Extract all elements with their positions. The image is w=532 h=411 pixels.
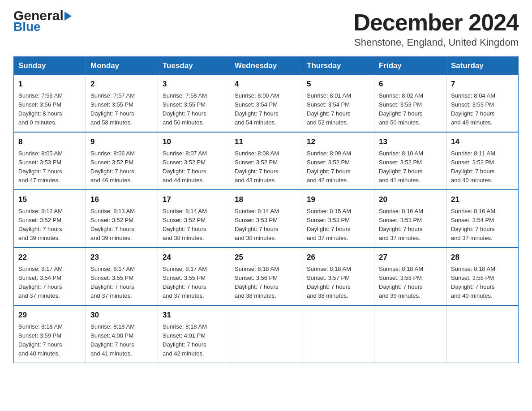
- calendar-cell: 2Sunrise: 7:57 AMSunset: 3:55 PMDaylight…: [86, 75, 158, 132]
- calendar-cell: 21Sunrise: 8:16 AMSunset: 3:54 PMDayligh…: [446, 190, 519, 248]
- calendar-cell: 25Sunrise: 8:18 AMSunset: 3:56 PMDayligh…: [230, 248, 302, 305]
- calendar-cell: 27Sunrise: 8:18 AMSunset: 3:58 PMDayligh…: [374, 248, 446, 305]
- day-info: Sunrise: 7:57 AMSunset: 3:55 PMDaylight:…: [90, 91, 153, 128]
- calendar-cell: 8Sunrise: 8:05 AMSunset: 3:53 PMDaylight…: [14, 132, 86, 190]
- week-row-2: 8Sunrise: 8:05 AMSunset: 3:53 PMDaylight…: [14, 132, 519, 190]
- calendar-cell: 1Sunrise: 7:56 AMSunset: 3:56 PMDaylight…: [14, 75, 86, 132]
- calendar-cell: [446, 305, 519, 363]
- day-number: 21: [451, 194, 514, 206]
- day-info: Sunrise: 7:56 AMSunset: 3:56 PMDaylight:…: [18, 91, 81, 128]
- day-info: Sunrise: 8:16 AMSunset: 3:53 PMDaylight:…: [379, 207, 442, 243]
- week-row-4: 22Sunrise: 8:17 AMSunset: 3:54 PMDayligh…: [14, 248, 519, 305]
- day-info: Sunrise: 8:04 AMSunset: 3:53 PMDaylight:…: [451, 91, 514, 128]
- calendar-cell: 13Sunrise: 8:10 AMSunset: 3:52 PMDayligh…: [374, 132, 446, 190]
- calendar-cell: 10Sunrise: 8:07 AMSunset: 3:52 PMDayligh…: [158, 132, 230, 190]
- day-number: 14: [451, 136, 514, 148]
- calendar-subtitle: Shenstone, England, United Kingdom: [353, 37, 519, 48]
- day-number: 8: [18, 136, 81, 148]
- day-number: 6: [379, 78, 442, 90]
- week-row-1: 1Sunrise: 7:56 AMSunset: 3:56 PMDaylight…: [14, 75, 519, 132]
- calendar-header-row: Sunday Monday Tuesday Wednesday Thursday…: [14, 57, 519, 75]
- day-number: 27: [379, 252, 442, 263]
- day-info: Sunrise: 8:10 AMSunset: 3:52 PMDaylight:…: [379, 149, 442, 185]
- day-number: 13: [379, 136, 442, 148]
- day-number: 28: [451, 252, 514, 263]
- calendar-cell: 31Sunrise: 8:18 AMSunset: 4:01 PMDayligh…: [158, 305, 230, 363]
- calendar-cell: 11Sunrise: 8:08 AMSunset: 3:52 PMDayligh…: [230, 132, 302, 190]
- day-number: 23: [90, 252, 153, 263]
- calendar-cell: [374, 305, 446, 363]
- day-info: Sunrise: 8:17 AMSunset: 3:54 PMDaylight:…: [18, 265, 81, 301]
- logo-arrow-icon: [64, 12, 72, 21]
- calendar-cell: 24Sunrise: 8:17 AMSunset: 3:55 PMDayligh…: [158, 248, 230, 305]
- calendar-cell: 26Sunrise: 8:18 AMSunset: 3:57 PMDayligh…: [302, 248, 374, 305]
- day-number: 5: [307, 78, 369, 90]
- calendar-cell: 29Sunrise: 8:18 AMSunset: 3:59 PMDayligh…: [14, 305, 86, 363]
- week-row-5: 29Sunrise: 8:18 AMSunset: 3:59 PMDayligh…: [14, 305, 519, 363]
- day-number: 22: [18, 252, 81, 263]
- calendar-cell: 6Sunrise: 8:02 AMSunset: 3:53 PMDaylight…: [374, 75, 446, 132]
- day-info: Sunrise: 8:08 AMSunset: 3:52 PMDaylight:…: [235, 149, 297, 185]
- calendar-cell: 4Sunrise: 8:00 AMSunset: 3:54 PMDaylight…: [230, 75, 302, 132]
- day-info: Sunrise: 8:18 AMSunset: 3:56 PMDaylight:…: [235, 265, 297, 301]
- day-number: 7: [451, 78, 514, 90]
- day-info: Sunrise: 8:17 AMSunset: 3:55 PMDaylight:…: [163, 265, 225, 301]
- calendar-cell: 16Sunrise: 8:13 AMSunset: 3:52 PMDayligh…: [86, 190, 158, 248]
- calendar-cell: [230, 305, 302, 363]
- calendar-cell: 9Sunrise: 8:06 AMSunset: 3:52 PMDaylight…: [86, 132, 158, 190]
- day-info: Sunrise: 8:14 AMSunset: 3:53 PMDaylight:…: [235, 207, 297, 243]
- day-info: Sunrise: 8:15 AMSunset: 3:53 PMDaylight:…: [307, 207, 369, 243]
- calendar-cell: 7Sunrise: 8:04 AMSunset: 3:53 PMDaylight…: [446, 75, 519, 132]
- col-sunday: Sunday: [14, 57, 86, 75]
- day-info: Sunrise: 8:12 AMSunset: 3:52 PMDaylight:…: [18, 207, 81, 243]
- calendar-cell: 14Sunrise: 8:11 AMSunset: 3:52 PMDayligh…: [446, 132, 519, 190]
- day-number: 25: [235, 252, 297, 263]
- day-number: 16: [90, 194, 153, 206]
- col-friday: Friday: [374, 57, 446, 75]
- col-monday: Monday: [86, 57, 158, 75]
- col-wednesday: Wednesday: [230, 57, 302, 75]
- calendar-cell: 23Sunrise: 8:17 AMSunset: 3:55 PMDayligh…: [86, 248, 158, 305]
- day-info: Sunrise: 8:18 AMSunset: 4:01 PMDaylight:…: [163, 322, 225, 359]
- day-info: Sunrise: 8:05 AMSunset: 3:53 PMDaylight:…: [18, 149, 81, 185]
- calendar-cell: 22Sunrise: 8:17 AMSunset: 3:54 PMDayligh…: [14, 248, 86, 305]
- day-number: 18: [235, 194, 297, 206]
- col-thursday: Thursday: [302, 57, 374, 75]
- logo-blue-text: Blue: [13, 21, 41, 33]
- day-number: 20: [379, 194, 442, 206]
- logo: General Blue: [13, 9, 72, 33]
- day-info: Sunrise: 8:16 AMSunset: 3:54 PMDaylight:…: [451, 207, 514, 243]
- calendar-cell: 19Sunrise: 8:15 AMSunset: 3:53 PMDayligh…: [302, 190, 374, 248]
- day-info: Sunrise: 8:18 AMSunset: 3:58 PMDaylight:…: [379, 265, 442, 301]
- day-number: 15: [18, 194, 81, 206]
- day-info: Sunrise: 8:06 AMSunset: 3:52 PMDaylight:…: [90, 149, 153, 185]
- day-info: Sunrise: 8:13 AMSunset: 3:52 PMDaylight:…: [90, 207, 153, 243]
- day-number: 1: [18, 78, 81, 90]
- day-info: Sunrise: 7:58 AMSunset: 3:55 PMDaylight:…: [163, 91, 225, 128]
- day-number: 2: [90, 78, 153, 90]
- col-tuesday: Tuesday: [158, 57, 230, 75]
- day-number: 11: [235, 136, 297, 148]
- day-info: Sunrise: 8:11 AMSunset: 3:52 PMDaylight:…: [451, 149, 514, 185]
- calendar-cell: 15Sunrise: 8:12 AMSunset: 3:52 PMDayligh…: [14, 190, 86, 248]
- day-info: Sunrise: 8:01 AMSunset: 3:54 PMDaylight:…: [307, 91, 369, 128]
- calendar-cell: 3Sunrise: 7:58 AMSunset: 3:55 PMDaylight…: [158, 75, 230, 132]
- week-row-3: 15Sunrise: 8:12 AMSunset: 3:52 PMDayligh…: [14, 190, 519, 248]
- day-info: Sunrise: 8:18 AMSunset: 3:59 PMDaylight:…: [18, 322, 81, 359]
- day-number: 30: [90, 309, 153, 321]
- calendar-cell: 18Sunrise: 8:14 AMSunset: 3:53 PMDayligh…: [230, 190, 302, 248]
- calendar-cell: 30Sunrise: 8:18 AMSunset: 4:00 PMDayligh…: [86, 305, 158, 363]
- day-info: Sunrise: 8:09 AMSunset: 3:52 PMDaylight:…: [307, 149, 369, 185]
- calendar-table: Sunday Monday Tuesday Wednesday Thursday…: [13, 56, 519, 363]
- day-number: 19: [307, 194, 369, 206]
- calendar-cell: 20Sunrise: 8:16 AMSunset: 3:53 PMDayligh…: [374, 190, 446, 248]
- title-block: December 2024 Shenstone, England, United…: [353, 9, 519, 48]
- calendar-cell: 17Sunrise: 8:14 AMSunset: 3:52 PMDayligh…: [158, 190, 230, 248]
- day-info: Sunrise: 8:02 AMSunset: 3:53 PMDaylight:…: [379, 91, 442, 128]
- col-saturday: Saturday: [446, 57, 519, 75]
- day-number: 17: [163, 194, 225, 206]
- day-info: Sunrise: 8:18 AMSunset: 4:00 PMDaylight:…: [90, 322, 153, 359]
- day-info: Sunrise: 8:18 AMSunset: 3:57 PMDaylight:…: [307, 265, 369, 301]
- calendar-cell: [302, 305, 374, 363]
- day-number: 31: [163, 309, 225, 321]
